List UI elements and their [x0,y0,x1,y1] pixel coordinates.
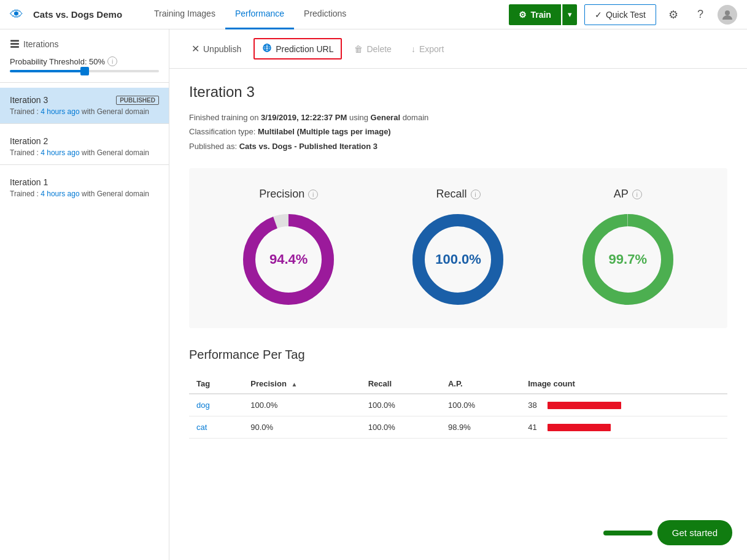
content-area: ✕ Unpublish Prediction URL 🗑 Delete ↓ Ex… [169,29,747,560]
sidebar-divider [0,82,169,83]
get-started-button[interactable]: Get started [657,520,732,545]
quick-test-button[interactable]: ✓ Quick Test [584,4,656,25]
ap-info-icon[interactable]: i [632,190,642,199]
ap-chart: AP i 99.7% [579,188,677,309]
col-recall[interactable]: Recall [361,374,441,394]
tab-performance[interactable]: Performance [225,0,294,29]
tab-predictions[interactable]: Predictions [294,0,356,29]
main-content: Iteration 3 Finished training on 3/19/20… [169,69,747,453]
header: 👁 Cats vs. Dogs Demo Training Images Per… [0,0,747,29]
get-started-container: Get started [603,520,732,545]
prediction-url-button[interactable]: Prediction URL [254,38,342,59]
iteration2-time-link[interactable]: 4 hours ago [41,148,79,157]
recall-chart: Recall i 100.0% [409,188,507,309]
col-precision[interactable]: Precision ▲ [243,374,360,394]
iteration-title: Iteration 3 [189,83,727,101]
cat-image-bar [548,424,611,431]
charts-section: Precision i 94.4% Recall [189,168,727,328]
svg-rect-1 [10,40,19,42]
precision-chart: Precision i 94.4% [239,188,338,309]
iterations-icon [10,39,20,49]
published-badge: PUBLISHED [116,96,159,105]
performance-per-tag-section: Performance Per Tag Tag Precision ▲ Reca… [189,348,727,439]
cat-tag-link[interactable]: cat [196,423,207,432]
iteration-item-3[interactable]: Iteration 3 PUBLISHED Trained : 4 hours … [0,88,169,123]
iteration-info: Finished training on 3/19/2019, 12:22:37… [189,110,727,153]
toolbar: ✕ Unpublish Prediction URL 🗑 Delete ↓ Ex… [169,29,747,69]
ap-donut: 99.7% [579,210,677,309]
help-icon[interactable]: ? [691,5,710,25]
sidebar-divider-3 [0,164,169,165]
dog-tag-link[interactable]: dog [196,401,210,410]
col-ap[interactable]: A.P. [441,374,521,394]
checkmark-icon: ✓ [595,10,602,20]
precision-donut: 94.4% [239,210,338,309]
tab-training-images[interactable]: Training Images [144,0,225,29]
download-icon: ↓ [411,44,416,54]
svg-rect-3 [10,46,19,48]
unpublish-button[interactable]: ✕ Unpublish [184,39,249,58]
get-started-indicator [603,531,652,535]
dog-image-bar [548,402,621,409]
iterations-label: Iterations [0,39,169,56]
recall-info-icon[interactable]: i [471,190,481,199]
recall-donut: 100.0% [409,210,507,309]
settings-icon[interactable]: ⚙ [664,5,683,25]
trash-icon: 🗑 [354,44,363,54]
app-logo-icon: 👁 [10,7,23,23]
train-button[interactable]: ⚙ Train [509,4,560,25]
x-icon: ✕ [192,43,199,55]
sidebar: Iterations Probability Threshold: 50% i … [0,29,169,560]
threshold-slider[interactable] [10,70,159,72]
sort-icon: ▲ [291,381,297,388]
train-dropdown-button[interactable]: ▾ [562,4,577,25]
app-title: Cats vs. Dogs Demo [33,9,122,20]
precision-info-icon[interactable]: i [308,190,318,199]
user-avatar[interactable] [718,5,737,25]
nav-tabs: Training Images Performance Predictions [144,0,356,29]
iteration3-time-link[interactable]: 4 hours ago [41,107,79,116]
col-tag[interactable]: Tag [189,374,243,394]
iteration-item-1[interactable]: Iteration 1 Trained : 4 hours ago with G… [0,170,169,205]
cat-image-bar-container: 41 [528,423,720,432]
gear-icon: ⚙ [519,10,527,20]
iteration-item-2[interactable]: Iteration 2 Trained : 4 hours ago with G… [0,129,169,164]
perf-per-tag-title: Performance Per Tag [189,348,727,362]
probability-threshold: Probability Threshold: 50% i [0,56,169,82]
svg-point-0 [725,10,730,15]
table-row-dog: dog 100.0% 100.0% 100.0% 38 [189,394,727,416]
sidebar-divider-2 [0,123,169,124]
main-layout: Iterations Probability Threshold: 50% i … [0,29,747,560]
dog-image-bar-container: 38 [528,401,720,410]
threshold-info-icon[interactable]: i [107,56,117,66]
col-image-count[interactable]: Image count [521,374,727,394]
iteration1-time-link[interactable]: 4 hours ago [41,190,79,198]
performance-table: Tag Precision ▲ Recall A.P. Image count [189,374,727,439]
svg-rect-2 [10,43,19,45]
table-header-row: Tag Precision ▲ Recall A.P. Image count [189,374,727,394]
export-button[interactable]: ↓ Export [404,40,451,58]
table-row-cat: cat 90.0% 100.0% 98.9% 41 [189,416,727,439]
globe-icon [262,43,272,55]
delete-button[interactable]: 🗑 Delete [347,40,398,58]
